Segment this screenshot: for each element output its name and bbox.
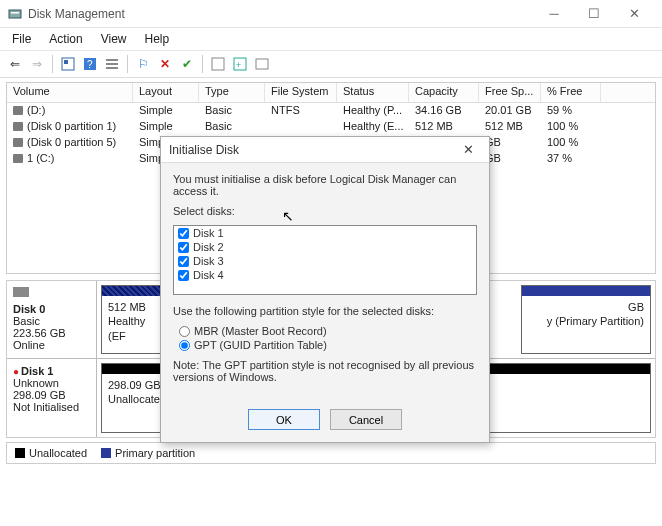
partition-header	[522, 286, 650, 296]
col-fs[interactable]: File System	[265, 83, 337, 102]
error-icon: ●	[13, 366, 19, 377]
toolbar: ⇐ ⇒ ? ⚐ ✕ ✔ +	[0, 50, 662, 78]
table-row[interactable]: (Disk 0 partition 1) Simple Basic Health…	[7, 119, 655, 135]
col-capacity[interactable]: Capacity	[409, 83, 479, 102]
partition-header	[102, 286, 160, 296]
list-item[interactable]: Disk 2	[174, 240, 476, 254]
dialog-intro: You must initialise a disk before Logica…	[173, 173, 477, 197]
list-icon[interactable]	[103, 55, 121, 73]
menu-file[interactable]: File	[4, 30, 39, 48]
titlebar: Disk Management ─ ☐ ✕	[0, 0, 662, 28]
window-title: Disk Management	[28, 7, 534, 21]
disk-select-list[interactable]: Disk 1 Disk 2 Disk 3 Disk 4	[173, 225, 477, 295]
properties-icon[interactable]	[59, 55, 77, 73]
dialog-note: Note: The GPT partition style is not rec…	[173, 359, 477, 383]
partition-style-label: Use the following partition style for th…	[173, 305, 477, 317]
gpt-option[interactable]: GPT (GUID Partition Table)	[179, 339, 477, 351]
disk-1-checkbox[interactable]	[178, 228, 189, 239]
list-item[interactable]: Disk 3	[174, 254, 476, 268]
disk-0-label: Disk 0 Basic 223.56 GB Online	[7, 281, 97, 358]
menu-view[interactable]: View	[93, 30, 135, 48]
svg-rect-3	[64, 60, 68, 64]
menubar: File Action View Help	[0, 28, 662, 50]
swatch-unallocated	[15, 448, 25, 458]
svg-text:+: +	[236, 60, 241, 70]
help-icon[interactable]: ?	[81, 55, 99, 73]
svg-rect-7	[106, 63, 118, 65]
app-icon	[8, 7, 22, 21]
partition-box[interactable]: 512 MBHealthy (EF	[101, 285, 161, 354]
gpt-radio[interactable]	[179, 340, 190, 351]
col-layout[interactable]: Layout	[133, 83, 199, 102]
disk-2-checkbox[interactable]	[178, 242, 189, 253]
select-disks-label: Select disks:	[173, 205, 477, 217]
dialog-title: Initialise Disk	[169, 143, 455, 157]
back-icon[interactable]: ⇐	[6, 55, 24, 73]
settings-icon[interactable]	[253, 55, 271, 73]
col-volume[interactable]: Volume	[7, 83, 133, 102]
svg-rect-9	[212, 58, 224, 70]
svg-rect-8	[106, 67, 118, 69]
legend: Unallocated Primary partition	[6, 442, 656, 464]
volume-icon	[13, 122, 23, 131]
svg-rect-1	[11, 12, 19, 14]
menu-action[interactable]: Action	[41, 30, 90, 48]
disk-3-checkbox[interactable]	[178, 256, 189, 267]
check-icon[interactable]: ✔	[178, 55, 196, 73]
col-pct[interactable]: % Free	[541, 83, 601, 102]
disk-4-checkbox[interactable]	[178, 270, 189, 281]
col-type[interactable]: Type	[199, 83, 265, 102]
svg-text:?: ?	[87, 59, 93, 70]
svg-rect-6	[106, 59, 118, 61]
partition-box[interactable]: GBy (Primary Partition)	[521, 285, 651, 354]
action-icon[interactable]: ⚐	[134, 55, 152, 73]
svg-rect-12	[256, 59, 268, 69]
volume-icon	[13, 138, 23, 147]
volume-icon	[13, 106, 23, 115]
list-item[interactable]: Disk 1	[174, 226, 476, 240]
menu-help[interactable]: Help	[137, 30, 178, 48]
disk-1-label: ●Disk 1 Unknown 298.09 GB Not Initialise…	[7, 359, 97, 437]
svg-rect-0	[9, 10, 21, 18]
delete-icon[interactable]: ✕	[156, 55, 174, 73]
disk-icon	[13, 287, 29, 297]
cancel-button[interactable]: Cancel	[330, 409, 402, 430]
refresh-icon[interactable]	[209, 55, 227, 73]
minimize-button[interactable]: ─	[534, 1, 574, 27]
close-button[interactable]: ✕	[614, 1, 654, 27]
ok-button[interactable]: OK	[248, 409, 320, 430]
swatch-primary	[101, 448, 111, 458]
mbr-option[interactable]: MBR (Master Boot Record)	[179, 325, 477, 337]
mbr-radio[interactable]	[179, 326, 190, 337]
dialog-close-button[interactable]: ✕	[455, 142, 481, 157]
rescan-icon[interactable]: +	[231, 55, 249, 73]
col-free[interactable]: Free Sp...	[479, 83, 541, 102]
initialise-disk-dialog: Initialise Disk ✕ You must initialise a …	[160, 136, 490, 443]
forward-icon[interactable]: ⇒	[28, 55, 46, 73]
col-status[interactable]: Status	[337, 83, 409, 102]
table-row[interactable]: (D:) Simple Basic NTFS Healthy (P... 34.…	[7, 103, 655, 119]
list-item[interactable]: Disk 4	[174, 268, 476, 282]
volume-icon	[13, 154, 23, 163]
maximize-button[interactable]: ☐	[574, 1, 614, 27]
grid-header: Volume Layout Type File System Status Ca…	[7, 83, 655, 103]
